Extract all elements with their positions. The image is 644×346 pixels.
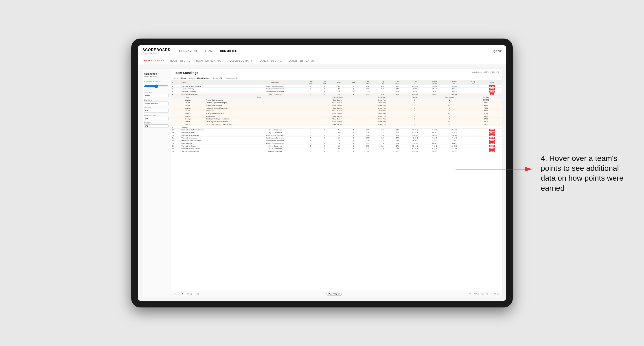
exp-col-points: W Points	[470, 96, 502, 99]
copy-button[interactable]: ⧉	[187, 293, 188, 295]
division-select[interactable]: NCAA Division I	[144, 102, 168, 105]
cell-conf-rank: 7	[304, 137, 318, 139]
table-row[interactable]: 23 Duke University Atlantic Coast Confer…	[171, 142, 502, 145]
points-badge[interactable]: 83.07	[489, 129, 495, 131]
table-row[interactable]: 19 University of Texas Big 12 Conference…	[171, 131, 502, 134]
points-badge[interactable]: 83.89	[489, 148, 495, 150]
paste-button[interactable]: ⊕	[190, 293, 192, 295]
sign-out-button[interactable]: Sign out	[492, 49, 502, 53]
cell-points[interactable]: 83.81	[482, 139, 502, 142]
cell-low-score: 260	[390, 129, 406, 131]
table-row[interactable]: 18 University of California, Berkeley Pa…	[171, 129, 502, 131]
cell-low-sg: 86-4-0	[405, 88, 425, 90]
comment-button[interactable]: 💬	[482, 293, 484, 295]
cell-points[interactable]: 93.31	[482, 88, 502, 90]
cell-points[interactable]: 88.49	[482, 134, 502, 137]
points-badge[interactable]: 93.31	[489, 88, 495, 90]
min-rounds-slider[interactable]	[144, 84, 168, 89]
cell-points[interactable]: 88.54	[482, 145, 502, 148]
points-badge[interactable]: 88.48	[489, 137, 495, 139]
cell-points[interactable]: 83.07	[482, 129, 502, 131]
table-row[interactable]: 22 Mississippi State University Southeas…	[171, 139, 502, 142]
cell-overall: 5-11-2	[425, 134, 444, 137]
table-row[interactable]: 25 University of North Florida ASUN Conf…	[171, 148, 502, 150]
top-nav: SCOREBOARD Powered by clipp TOURNAMENTS …	[138, 45, 506, 57]
sub-nav-player-h2h-heatmap[interactable]: PLAYER H2H HEATMAP	[287, 58, 316, 64]
exp-cell-rounds: 3	[401, 104, 429, 107]
col-adj-score: Adj.Score	[360, 80, 376, 85]
cell-points[interactable]: 88.48	[482, 137, 502, 139]
table-row[interactable]: 24 University of Oregon Pac-12 Conferenc…	[171, 145, 502, 148]
report-container: Committee Portal Review Minimum Rounds G…	[138, 65, 506, 301]
cell-school: The Ohio State University	[181, 150, 247, 153]
sidebar-division-label: Division	[144, 99, 168, 101]
redo-button[interactable]: ↪	[178, 293, 180, 295]
points-badge[interactable]: 88.70	[489, 132, 495, 134]
points-badge[interactable]: 88.71	[489, 142, 495, 144]
table-scroll[interactable]: # School Conference ConfRank NoTour Bnds…	[171, 80, 502, 291]
table-row[interactable]: 1 University of North Carolina Atlantic …	[171, 85, 502, 88]
nav-committee[interactable]: COMMITTEE	[220, 49, 237, 54]
exp-cell-rank-impact: +0	[429, 120, 470, 123]
cell-vs25: 55-4-0	[444, 88, 464, 90]
cell-avg-sg: 1.50	[376, 134, 390, 137]
refresh-button[interactable]: ↺	[181, 293, 183, 295]
conference-select[interactable]: (All)	[144, 117, 168, 120]
share-button[interactable]: Share	[494, 293, 499, 295]
points-badge-highlighted[interactable]: 78.5	[490, 93, 494, 95]
exp-cell-team: Georgia	[171, 118, 205, 120]
points-badge[interactable]: 97.02	[489, 85, 495, 87]
points-badge[interactable]: 90.32	[489, 91, 495, 93]
cell-points[interactable]	[482, 126, 502, 129]
expanded-content: Team Event Event Division Event Type Rou…	[171, 96, 502, 126]
table-row[interactable]: 3 Vanderbilt University Southeastern Con…	[171, 90, 502, 93]
exp-cell-division: NCAA Division I	[312, 104, 362, 107]
cell-wins: 2	[346, 85, 360, 88]
exp-cell-type: Match Play	[362, 112, 401, 115]
table-row[interactable]: 21 University of Alabama Southeastern Co…	[171, 137, 502, 139]
sub-nav-team-summary[interactable]: TEAM SUMMARY	[142, 57, 164, 64]
points-badge[interactable]: 88.49	[489, 134, 495, 136]
nav-tournaments[interactable]: TOURNAMENTS	[178, 49, 200, 54]
gender-select[interactable]: Men's	[144, 94, 168, 97]
cell-points[interactable]: 88.71	[482, 142, 502, 145]
expand-button[interactable]: ⊞	[486, 293, 488, 295]
cell-points[interactable]: 78.5	[482, 93, 502, 96]
sub-nav-player-summary[interactable]: PLAYER SUMMARY	[228, 58, 252, 64]
cell-low-sg: 63-5-0	[405, 90, 425, 93]
exp-cell-event: Ben Hogan Collegiate Invitational	[205, 118, 312, 120]
points-badge[interactable]: 83.81	[489, 140, 495, 142]
undo-button[interactable]: ↩	[174, 293, 176, 295]
school-select[interactable]: (All)	[144, 124, 168, 128]
cell-points[interactable]: 83.89	[482, 148, 502, 150]
table-row[interactable]: 2 Auburn University Southeastern Confere…	[171, 88, 502, 90]
cell-conference: Mountain West Conference	[247, 134, 304, 137]
nav-teams[interactable]: TEAMS	[205, 49, 215, 54]
info-button[interactable]: 🕐	[196, 293, 199, 295]
cell-overall: 29-9-0	[425, 90, 444, 93]
exp-cell-rank-impact: +0	[429, 112, 470, 115]
cell-vs25: 58-24-1	[444, 93, 464, 96]
table-row-highlighted[interactable]: 4 Arizona State University Pac-12 Confer…	[171, 93, 502, 96]
cell-points[interactable]: 97.02	[482, 85, 502, 88]
expanded-data-row: Univers... Copper Cup NCAA Division I Ma…	[171, 110, 502, 112]
sub-nav-team-h2h-heatmap[interactable]: TEAM H2H HEATMAP	[196, 58, 222, 64]
cell-no-tour: 9	[318, 85, 332, 88]
cell-avg-sg: 1.30	[376, 148, 390, 150]
cell-wins: 0	[346, 142, 360, 145]
table-row[interactable]: 20 University of New Mexico Mountain Wes…	[171, 134, 502, 137]
cell-low-sg: 57-23-2	[405, 134, 425, 137]
sub-nav-team-h2h-grid[interactable]: TEAM H2H GRID	[170, 58, 190, 64]
view-original-button[interactable]: View: Original	[326, 292, 342, 296]
sub-nav-player-h2h-grid[interactable]: PLAYER H2H GRID	[258, 58, 282, 64]
expanded-row-header: Team Event Event Division Event Type Rou…	[171, 96, 502, 126]
cell-points[interactable]: 88.70	[482, 131, 502, 134]
cell-points[interactable]: 80.94	[482, 150, 502, 153]
region-select[interactable]: N/A	[144, 109, 168, 113]
points-badge[interactable]: 88.54	[489, 145, 495, 147]
cell-points[interactable]: 90.32	[482, 90, 502, 93]
watch-button[interactable]: Watch	[474, 293, 478, 295]
table-row[interactable]: 26 The Ohio State University Big Ten Con…	[171, 150, 502, 153]
points-badge[interactable]: 80.94	[489, 150, 495, 152]
table-row[interactable]: 5 Texas T...	[171, 126, 502, 129]
